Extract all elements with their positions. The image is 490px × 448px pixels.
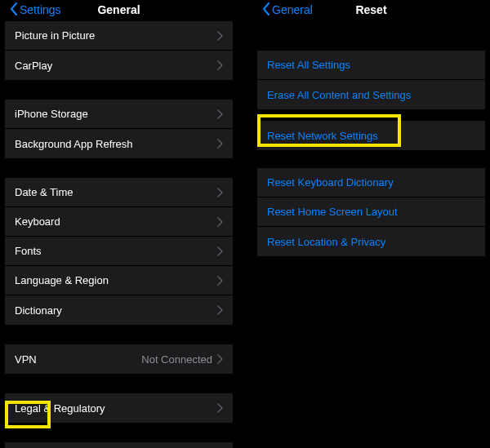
row-iphone-storage[interactable]: iPhone Storage xyxy=(5,100,233,129)
row-reset-location-privacy[interactable]: Reset Location & Privacy xyxy=(257,227,485,256)
row-label: Reset Location & Privacy xyxy=(267,236,475,248)
group-localization: Date & Time Keyboard Fonts Language & Re… xyxy=(5,178,233,325)
row-vpn[interactable]: VPN Not Connected xyxy=(5,344,233,374)
chevron-right-icon xyxy=(217,188,223,197)
group-vpn: VPN Not Connected xyxy=(5,344,233,374)
chevron-right-icon xyxy=(217,60,223,70)
row-label: Language & Region xyxy=(15,274,217,286)
chevron-right-icon xyxy=(217,139,223,149)
row-detail: Not Connected xyxy=(141,353,212,366)
chevron-right-icon xyxy=(217,276,223,286)
group-reset-all: Reset All Settings Erase All Content and… xyxy=(257,51,485,109)
row-label: Reset Network Settings xyxy=(267,130,475,142)
group-reset-other: Reset Keyboard Dictionary Reset Home Scr… xyxy=(257,168,485,256)
nav-bar: General Reset xyxy=(257,0,485,20)
row-label: Reset All Settings xyxy=(267,59,475,71)
row-label: Erase All Content and Settings xyxy=(267,89,475,101)
row-label: Picture in Picture xyxy=(15,29,217,42)
chevron-right-icon xyxy=(217,354,223,364)
row-fonts[interactable]: Fonts xyxy=(5,237,233,266)
chevron-right-icon xyxy=(217,403,223,413)
chevron-right-icon xyxy=(217,109,223,119)
row-reset-keyboard-dictionary[interactable]: Reset Keyboard Dictionary xyxy=(257,168,485,197)
row-label: Dictionary xyxy=(15,304,217,317)
row-label: Reset Home Screen Layout xyxy=(267,206,475,218)
row-label: CarPlay xyxy=(15,60,217,72)
row-keyboard[interactable]: Keyboard xyxy=(5,207,233,237)
row-reset-network-settings[interactable]: Reset Network Settings xyxy=(257,121,485,150)
row-reset-all-settings[interactable]: Reset All Settings xyxy=(257,51,485,80)
group-reset: Reset Shut Down xyxy=(5,442,233,448)
row-reset[interactable]: Reset xyxy=(5,442,233,448)
chevron-right-icon xyxy=(217,31,223,41)
row-label: Date & Time xyxy=(15,186,217,198)
row-date-time[interactable]: Date & Time xyxy=(5,178,233,207)
row-reset-home-screen[interactable]: Reset Home Screen Layout xyxy=(257,197,485,227)
nav-bar: Settings General xyxy=(5,0,233,20)
row-background-app-refresh[interactable]: Background App Refresh xyxy=(5,129,233,158)
row-dictionary[interactable]: Dictionary xyxy=(5,295,233,325)
page-title: General xyxy=(5,3,233,16)
row-carplay[interactable]: CarPlay xyxy=(5,51,233,80)
row-erase-all-content[interactable]: Erase All Content and Settings xyxy=(257,80,485,109)
row-label: VPN xyxy=(15,353,141,366)
chevron-right-icon xyxy=(217,246,223,256)
row-label: Legal & Regulatory xyxy=(15,402,217,415)
group-legal: Legal & Regulatory xyxy=(5,393,233,423)
chevron-right-icon xyxy=(217,217,223,227)
screen-general: Settings General Picture in Picture CarP… xyxy=(5,0,233,448)
row-label: Background App Refresh xyxy=(15,138,217,150)
row-label: iPhone Storage xyxy=(15,108,217,120)
group-media: Picture in Picture CarPlay xyxy=(5,21,233,80)
group-storage: iPhone Storage Background App Refresh xyxy=(5,100,233,158)
row-language-region[interactable]: Language & Region xyxy=(5,266,233,295)
group-reset-network: Reset Network Settings xyxy=(257,121,485,150)
row-label: Fonts xyxy=(15,245,217,257)
screen-reset: General Reset Reset All Settings Erase A… xyxy=(257,0,485,448)
chevron-right-icon xyxy=(217,305,223,315)
page-title: Reset xyxy=(257,3,485,16)
row-picture-in-picture[interactable]: Picture in Picture xyxy=(5,21,233,51)
row-legal-regulatory[interactable]: Legal & Regulatory xyxy=(5,393,233,423)
row-label: Keyboard xyxy=(15,215,217,228)
row-label: Reset Keyboard Dictionary xyxy=(267,176,475,189)
